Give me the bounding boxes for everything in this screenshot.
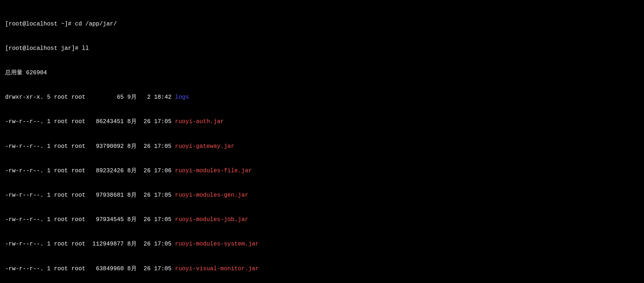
line-file5: -rw-r--r--. 1 root root 97934545 8月 26 1… [5, 216, 639, 224]
line-total: 总用量 626904 [5, 69, 639, 77]
line-file1: -rw-r--r--. 1 root root 86243451 8月 26 1… [5, 118, 639, 126]
terminal-window: [root@localhost ~]# cd /app/jar/ [root@l… [5, 4, 639, 283]
line-file6: -rw-r--r--. 1 root root 112949877 8月 26 … [5, 240, 639, 248]
line-file3: -rw-r--r--. 1 root root 89232426 8月 26 1… [5, 167, 639, 175]
line-cmd2: [root@localhost jar]# ll [5, 44, 639, 52]
line-file4: -rw-r--r--. 1 root root 97938681 8月 26 1… [5, 191, 639, 199]
line-file7: -rw-r--r--. 1 root root 63849960 8月 26 1… [5, 265, 639, 273]
line-cmd1: [root@localhost ~]# cd /app/jar/ [5, 20, 639, 28]
line-file2: -rw-r--r--. 1 root root 93790092 8月 26 1… [5, 142, 639, 150]
line-dir1: drwxr-xr-x. 5 root root 65 9月 2 18:42 lo… [5, 93, 639, 101]
